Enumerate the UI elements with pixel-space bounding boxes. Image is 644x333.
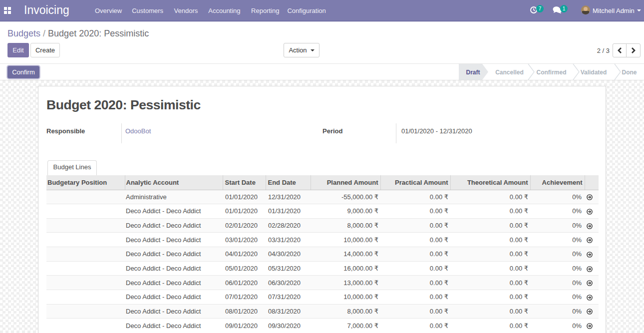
svg-text:Draft: Draft <box>466 69 480 76</box>
svg-text:Done: Done <box>622 69 637 76</box>
svg-text:Confirmed: Confirmed <box>537 69 567 76</box>
svg-text:Cancelled: Cancelled <box>495 69 524 76</box>
svg-text:Validated: Validated <box>581 69 607 76</box>
